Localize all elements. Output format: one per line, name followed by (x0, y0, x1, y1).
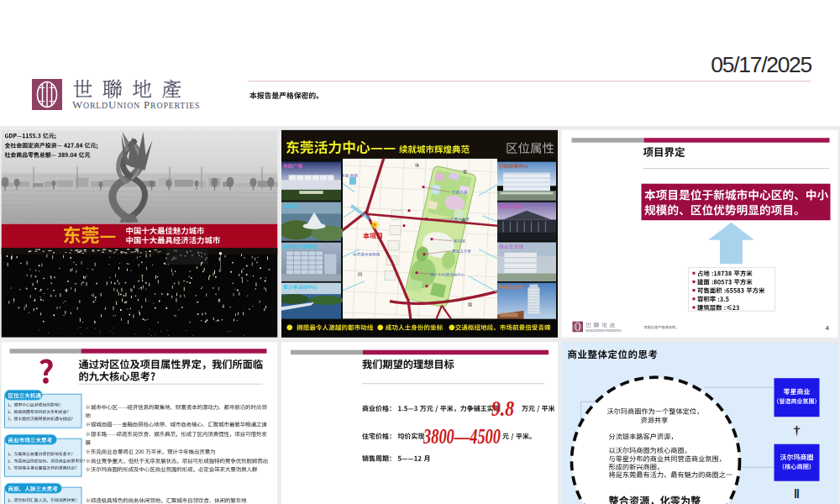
svg-text:4: 4 (826, 324, 830, 332)
svg-text:‖: ‖ (794, 487, 800, 501)
svg-text:05/17/2025: 05/17/2025 (711, 52, 811, 77)
svg-text:9.8: 9.8 (491, 396, 514, 421)
svg-text:WORLDUNION PROPERTIES: WORLDUNION PROPERTIES (72, 99, 200, 111)
svg-text:†: † (794, 423, 801, 437)
svg-text:WORLDUNION PROPERTIES: WORLDUNION PROPERTIES (585, 328, 622, 333)
svg-text:3800—4500: 3800—4500 (423, 424, 501, 449)
